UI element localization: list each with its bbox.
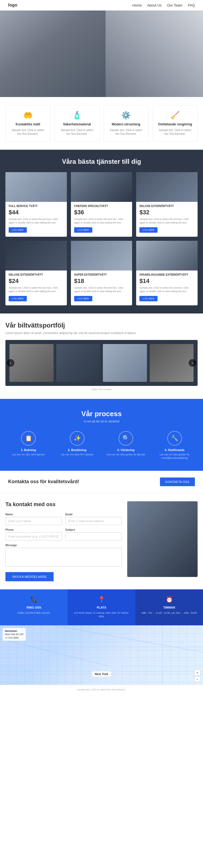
feature-card-3[interactable]: 🧹 Omfattande rengöring Sample text. Clic… [153, 105, 198, 142]
phone-label: Phone [5, 528, 62, 531]
process-title: Vår process [5, 410, 198, 418]
service-body-4: SUPER EXTERIÖRTVÄTT $18 Sample text. Cli… [71, 271, 132, 305]
service-name-4: SUPER EXTERIÖRTVÄTT [74, 273, 129, 276]
info-card-title-1: PLATS [73, 606, 130, 609]
portfolio-img-3 [150, 344, 194, 382]
footer-text: Sample text. Click to select the Text El… [77, 688, 126, 691]
service-img-2 [136, 172, 198, 202]
map-zoom-out-button[interactable]: − [194, 676, 200, 682]
process-steps: 📋 1. Bokning Läs mer om våra SEO-tjänste… [5, 431, 198, 460]
process-step-desc-2: Läs mer om våra gender för tjänster [103, 453, 149, 457]
process-step-title-0: 1. Bokning [5, 448, 51, 452]
process-step-desc-3: Läs mer om våra gender för innehållsmark… [152, 453, 198, 460]
service-btn-3[interactable]: LÄS MER [9, 296, 27, 301]
service-body-3: DELUXE EXTERIÖRTVÄTT $24 Sample text. Cl… [5, 271, 67, 305]
features-grid: 🤲 Kontaktlös tvätt Sample text. Click to… [0, 97, 203, 150]
process-icon-1: ✨ [70, 431, 84, 445]
subject-input[interactable] [65, 532, 122, 540]
service-price-3: $24 [9, 278, 64, 284]
service-desc-0: Sample text. Click to select the text bo… [9, 218, 64, 224]
services-grid: FULL SERVICE TVÄTT $44 Sample text. Clic… [5, 172, 198, 305]
portfolio-desc: Lorem ipsum dolor sit amet, consectetur … [5, 331, 198, 335]
process-step-desc-1: Läs mer om våra PPC-tjänster [54, 453, 100, 457]
service-btn-0[interactable]: LÄS MER [9, 227, 27, 233]
contact-form: Ta kontakt med oss Name Email Phone Subj… [5, 501, 122, 581]
service-body-1: CHEFENS SPECIALTVÄTT $36 Sample text. Cl… [71, 202, 132, 237]
services-section: Våra bästa tjänster till dig FULL SERVIC… [0, 150, 203, 313]
process-step-2: 🔍 3. Värdering Läs mer om våra gender fö… [103, 431, 149, 460]
info-card-text-0: 8-800-110-550 8-800-110-521 [5, 611, 62, 615]
service-img-0 [5, 172, 67, 202]
message-textarea[interactable] [5, 548, 122, 567]
service-btn-2[interactable]: LÄS MER [139, 227, 157, 233]
cta-button[interactable]: KONTAKTA OSS [160, 477, 195, 486]
nav-team[interactable]: Our Team [167, 3, 182, 7]
form-row-phone-subject: Phone Subject [5, 528, 122, 540]
process-step-1: ✨ 2. Besiktning Läs mer om våra PPC-tjän… [54, 431, 100, 460]
nav-home[interactable]: Home [132, 3, 142, 7]
service-card-1: CHEFENS SPECIALTVÄTT $36 Sample text. Cl… [71, 172, 132, 237]
process-step-desc-0: Läs mer om våra SEO-tjänster [5, 453, 51, 457]
service-btn-1[interactable]: LÄS MER [74, 227, 92, 233]
logo: logo [8, 3, 17, 7]
submit-button[interactable]: SKICKA MEDDELANDE [5, 572, 54, 581]
portfolio-carousel: ‹ › [5, 340, 198, 386]
portfolio-credit: Bilder från Freepik [5, 388, 198, 391]
contact-image [127, 501, 198, 577]
email-input[interactable] [65, 517, 122, 525]
feature-icon-1: 🧴 [59, 111, 95, 120]
cta-text: Kontakta oss för kvalitetsvård! [8, 479, 79, 485]
hero-interior-photo [106, 10, 203, 97]
process-icon-0: 📋 [21, 431, 36, 445]
nav-about[interactable]: About Us [147, 3, 161, 7]
feature-icon-2: ⚙️ [108, 111, 144, 120]
service-name-1: CHEFENS SPECIALTVÄTT [74, 205, 129, 208]
info-card-hours: ⏰ TIMMAR Mån - Fre ... 11:00 - 21:00, Lö… [135, 589, 203, 625]
feature-card-0[interactable]: 🤲 Kontaktlös tvätt Sample text. Click to… [5, 105, 50, 142]
info-card-phone: 📞 RING OSS 8-800-110-550 8-800-110-521 [0, 589, 68, 625]
feature-icon-0: 🤲 [10, 111, 46, 120]
services-title: Våra bästa tjänster till dig [5, 158, 198, 165]
form-group-message: Message [5, 544, 122, 567]
svg-line-7 [0, 639, 108, 666]
info-cards: 📞 RING OSS 8-800-110-550 8-800-110-521 📍… [0, 589, 203, 625]
map-placeholder[interactable]: Manhattan New York 40-126 +1 212-0000 Ne… [0, 625, 203, 685]
portfolio-img-1 [56, 344, 100, 382]
carousel-prev-button[interactable]: ‹ [7, 359, 14, 367]
subject-label: Subject [65, 528, 122, 531]
service-card-0: FULL SERVICE TVÄTT $44 Sample text. Clic… [5, 172, 67, 237]
feature-card-1[interactable]: 🧴 Säkerhetsmaterial Sample text. Click t… [54, 105, 99, 142]
map-controls: + − [194, 670, 200, 682]
portfolio-title: Vår biltvättsportfölj [5, 321, 198, 329]
info-card-location: 📍 PLATS 121 Rock Street, 21 Avenue, New … [68, 589, 135, 625]
carousel-next-button[interactable]: › [189, 359, 196, 367]
service-img-3 [5, 241, 67, 271]
feature-text-1: Sample text. Click to select the Text El… [59, 128, 95, 136]
service-btn-5[interactable]: LÄS MER [139, 296, 157, 301]
location-icon: 📍 [73, 596, 130, 603]
name-input[interactable] [5, 517, 62, 525]
feature-title-2: Modern utrustning [108, 122, 144, 126]
service-name-3: DELUXE EXTERIÖRTVÄTT [9, 273, 64, 276]
clock-icon: ⏰ [141, 596, 198, 603]
portfolio-img-0 [9, 344, 54, 382]
process-step-title-1: 2. Besiktning [54, 448, 100, 452]
service-desc-1: Sample text. Click to select the text bo… [74, 218, 129, 224]
phone-input[interactable] [5, 532, 62, 540]
nav-faq[interactable]: FAQ [188, 3, 195, 7]
feature-card-2[interactable]: ⚙️ Modern utrustning Sample text. Click … [104, 105, 149, 142]
navbar: logo Home About Us Our Team FAQ [0, 0, 203, 10]
service-price-0: $44 [9, 209, 64, 216]
process-step-title-2: 3. Värdering [103, 448, 149, 452]
feature-icon-3: 🧹 [157, 111, 193, 120]
process-step-title-3: 4. Slutförande [152, 448, 198, 452]
service-btn-4[interactable]: LÄS MER [74, 296, 92, 301]
service-card-2: DELUXE EXTERIÖRTVÄTT $32 Sample text. Cl… [136, 172, 198, 237]
portfolio-section: Vår biltvättsportfölj Lorem ipsum dolor … [0, 313, 203, 399]
nav-links: Home About Us Our Team FAQ [132, 3, 195, 7]
service-body-5: GRUNDLÄGGANDE EXTERIÖRTVÄTT $14 Sample t… [136, 271, 198, 305]
info-card-text-1: 121 Rock Street, 21 Avenue, New York, NY… [73, 611, 130, 619]
map-zoom-in-button[interactable]: + [194, 670, 200, 676]
footer: Sample text. Click to select the Text El… [0, 685, 203, 694]
service-desc-4: Sample text. Click to select the text bo… [74, 286, 129, 293]
